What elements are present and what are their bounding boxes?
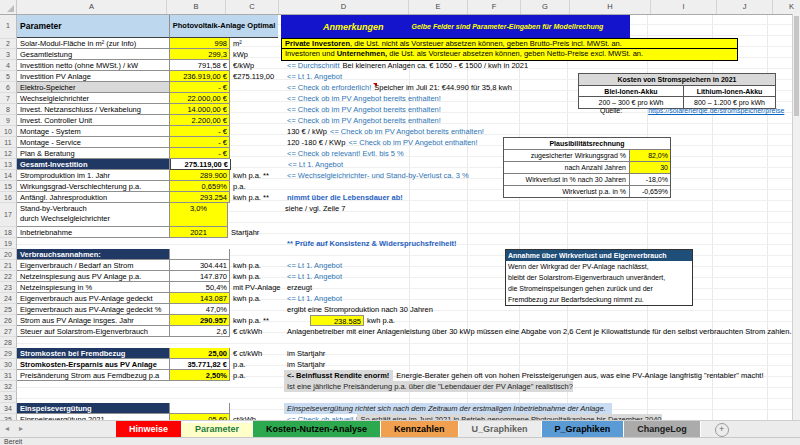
row-number[interactable]: 20: [0, 249, 17, 260]
row-number[interactable]: 27: [0, 326, 17, 337]
cell-C34[interactable]: [230, 403, 284, 414]
cell-A13[interactable]: Gesamt-Investition: [17, 159, 170, 170]
row-number[interactable]: 17: [0, 203, 17, 227]
cell-C7[interactable]: [230, 93, 284, 104]
cell-B27[interactable]: 2,6: [170, 326, 230, 337]
cell-A15[interactable]: Wirkungsgrad-Verschlechterung p.a.: [17, 181, 170, 192]
row-number[interactable]: 34: [0, 403, 17, 414]
tab-nav-left-icon[interactable]: ◂: [0, 421, 14, 438]
add-sheet-icon[interactable]: +: [715, 423, 729, 437]
cell-A11[interactable]: Montage - Service: [17, 137, 170, 148]
cell-B18[interactable]: 2021: [170, 227, 228, 238]
cell-B5[interactable]: 236.919,00 €: [170, 71, 230, 82]
cell-C3[interactable]: kWp: [230, 49, 284, 60]
tab-changelog[interactable]: ChangeLog: [624, 421, 701, 438]
cell-A21[interactable]: Eigenverbrauch / Bedarf an Strom: [17, 260, 170, 271]
cell-A33[interactable]: [17, 392, 170, 403]
cell-B12[interactable]: - €: [170, 148, 230, 159]
column-header-A[interactable]: A: [17, 0, 167, 14]
cell-A20[interactable]: Verbrauchsannahmen:: [17, 249, 170, 260]
cell-A10[interactable]: Montage - System: [17, 126, 170, 137]
cell-A14[interactable]: Stromproduktion im 1. Jahr: [17, 170, 170, 181]
cell-B13[interactable]: 275.119,00 €: [170, 159, 231, 170]
row-number[interactable]: 25: [0, 304, 17, 315]
cell-C21[interactable]: kwh p.a.: [230, 260, 284, 271]
cell-B4[interactable]: 791,58 €: [170, 60, 230, 71]
row-number[interactable]: 22: [0, 271, 17, 282]
column-header-D[interactable]: D: [279, 0, 409, 14]
row-number[interactable]: 14: [0, 170, 17, 181]
cell-A4[interactable]: Investition netto (ohne MWSt.) / kW: [17, 60, 170, 71]
cell-A8[interactable]: Invest. Netzanschluss / Verkabelung: [17, 104, 170, 115]
column-header-F[interactable]: F: [468, 0, 521, 14]
cell-A2[interactable]: Solar-Modul-Fläche in m² (zur Info): [17, 38, 170, 49]
cell-A26[interactable]: Strom aus PV Anlage insges. Jahr: [17, 315, 170, 326]
cell-A34[interactable]: Einspeisevergütung: [17, 403, 170, 414]
cell-C18[interactable]: Startjahr: [228, 227, 282, 238]
cell-C32[interactable]: [230, 381, 284, 392]
row-number[interactable]: 11: [0, 137, 17, 148]
cell-C22[interactable]: kwh p.a.: [230, 271, 284, 282]
cell-C19[interactable]: [230, 238, 284, 249]
cell-A24[interactable]: Eigenverbrauch aus PV-Anlage gedeckt: [17, 293, 170, 304]
vertical-scrollbar-thumb[interactable]: [794, 16, 799, 116]
row-number[interactable]: 18: [0, 227, 17, 238]
cell-B11[interactable]: - €: [170, 137, 230, 148]
row-number[interactable]: 5: [0, 71, 17, 82]
cell-A7[interactable]: Wechselgleichrichter: [17, 93, 170, 104]
cell-A3[interactable]: Gesamtleistung: [17, 49, 170, 60]
cell-B17[interactable]: 3,0%: [170, 203, 228, 227]
cell-B10[interactable]: - €: [170, 126, 230, 137]
cell-B15[interactable]: 0,659%: [170, 181, 230, 192]
column-header-E[interactable]: E: [409, 0, 468, 14]
cell-C27[interactable]: € ct/kWh: [230, 326, 284, 337]
cell-C17[interactable]: [228, 203, 282, 227]
tab-p_graphiken[interactable]: P_Graphiken: [542, 421, 625, 438]
tab-hinweise[interactable]: Hinweise: [116, 421, 182, 438]
cell-C13[interactable]: [231, 159, 285, 170]
cell-B29[interactable]: 25,00: [170, 348, 230, 359]
cell-A28[interactable]: [17, 337, 170, 348]
cell-A16[interactable]: Anfängl. Jahresproduktion: [17, 192, 170, 203]
cell-C20[interactable]: [230, 249, 284, 260]
column-header-J[interactable]: J: [717, 0, 773, 14]
tab-kennzahlen[interactable]: Kennzahlen: [381, 421, 459, 438]
column-header-B[interactable]: B: [167, 0, 226, 14]
cell-C9[interactable]: [230, 115, 284, 126]
cell-C11[interactable]: [230, 137, 284, 148]
cell-B24[interactable]: 143.087: [170, 293, 230, 304]
cell-A5[interactable]: Investition PV Anlage: [17, 71, 170, 82]
cell-C28[interactable]: [230, 337, 284, 348]
row-number[interactable]: 2: [0, 38, 17, 49]
cell-C6[interactable]: [230, 82, 284, 93]
cell-A6[interactable]: Elektro-Speicher: [17, 82, 170, 93]
row-number[interactable]: 24: [0, 293, 17, 304]
column-header-I[interactable]: I: [651, 0, 717, 14]
vertical-scrollbar[interactable]: [792, 14, 800, 420]
cell-C2[interactable]: m²: [230, 38, 284, 49]
plausibility-value[interactable]: -18,0%: [630, 174, 670, 185]
cell-B32[interactable]: [170, 381, 230, 392]
source-link[interactable]: https://solarenergie.de/stromspeicher/pr…: [648, 107, 784, 114]
cell-A12[interactable]: Plan & Beratung: [17, 148, 170, 159]
cell-A9[interactable]: Invest. Controller Unit: [17, 115, 170, 126]
row-number[interactable]: 15: [0, 181, 17, 192]
cell-B23[interactable]: 50,4%: [170, 282, 230, 293]
cell-B20[interactable]: [170, 249, 230, 260]
cell-B25[interactable]: 47,0%: [170, 304, 230, 315]
row-number[interactable]: 1: [0, 14, 17, 39]
cell-C12[interactable]: [230, 148, 284, 159]
column-header-C[interactable]: C: [226, 0, 279, 14]
row-number[interactable]: 33: [0, 392, 17, 403]
row-number[interactable]: 28: [0, 337, 17, 348]
column-header-G[interactable]: G: [521, 0, 570, 14]
column-header-H[interactable]: H: [570, 0, 651, 14]
plausibility-value[interactable]: 30: [630, 162, 670, 173]
row-number[interactable]: 21: [0, 260, 17, 271]
cell-B28[interactable]: [170, 337, 230, 348]
row-number[interactable]: 31: [0, 370, 17, 381]
cell-A31[interactable]: Preisänderung Strom aus Femdbezug p.a: [17, 370, 170, 381]
tab-parameter[interactable]: Parameter: [182, 421, 253, 438]
cell-C5[interactable]: €275.119,00: [230, 71, 284, 82]
cell-C25[interactable]: [230, 304, 284, 315]
